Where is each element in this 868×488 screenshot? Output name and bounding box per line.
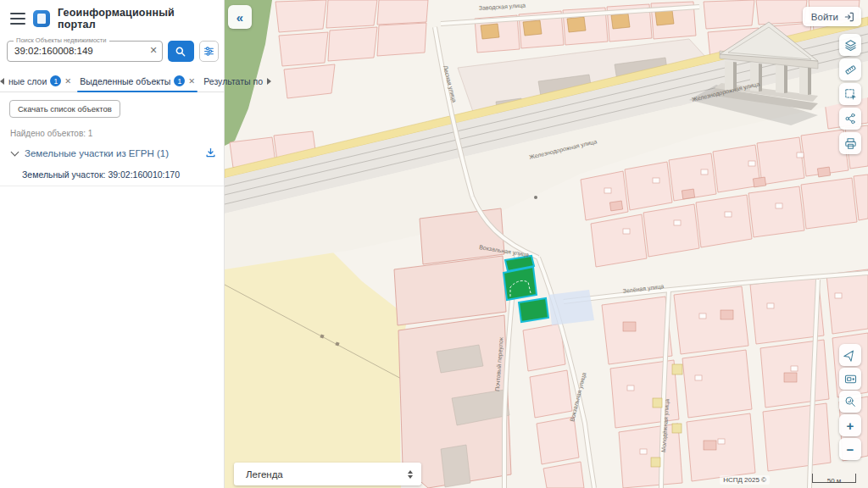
basemap-button[interactable] — [839, 368, 861, 390]
select-area-tool-button[interactable] — [839, 83, 861, 105]
printer-icon — [843, 136, 858, 151]
login-label: Войти — [811, 12, 838, 22]
parcel-result-item[interactable]: Земельный участок: 39:02:160010:170 — [0, 166, 224, 186]
sliders-icon — [203, 46, 214, 57]
locate-me-button[interactable] — [839, 344, 861, 366]
login-icon — [843, 11, 855, 23]
print-tool-button[interactable] — [839, 132, 861, 154]
clear-search-icon[interactable]: ✕ — [150, 45, 158, 56]
tab-results[interactable]: Результаты по — [199, 70, 267, 92]
tab-results-label: Результаты по — [203, 76, 263, 86]
search-input-label: Поиск Объекты недвижимости — [14, 36, 109, 44]
search-icon — [175, 46, 186, 58]
locate-icon — [843, 348, 857, 362]
measure-tool-button[interactable] — [839, 58, 861, 80]
download-list-button[interactable]: Скачать список объектов — [9, 100, 120, 118]
login-button[interactable]: Войти — [803, 7, 861, 26]
tabs-scroll-right-icon[interactable] — [267, 78, 271, 85]
scale-bar: 50 м — [812, 474, 856, 483]
egrn-group-row[interactable]: Земельные участки из ЕГРН (1) — [10, 147, 217, 159]
layers-icon — [843, 38, 858, 53]
search-input[interactable]: Поиск Объекты недвижимости 39:02:160008:… — [7, 41, 163, 62]
tab-layers-badge: 1 — [50, 75, 61, 86]
app-title: Геоинформационный портал — [58, 7, 215, 30]
geo-portal-app: Геоинформационный портал Поиск Объекты н… — [0, 0, 868, 488]
ruler-icon — [843, 63, 858, 77]
legend-label: Легенда — [246, 469, 408, 480]
tab-selected-objects-label: Выделенные объекты — [80, 76, 170, 86]
tab-layers-close-icon[interactable]: ✕ — [64, 76, 71, 86]
zoom-out-button[interactable]: − — [839, 438, 861, 460]
selected-parcel-small[interactable] — [519, 298, 548, 322]
select-area-icon — [843, 87, 858, 102]
share-tool-button[interactable] — [839, 108, 861, 130]
download-icon[interactable] — [204, 147, 217, 159]
selected-parcel-main[interactable] — [504, 267, 537, 300]
scale-label: 50 м — [827, 477, 842, 485]
sidebar-header: Геоинформационный портал — [0, 0, 224, 34]
search-button[interactable] — [168, 41, 194, 62]
highlighted-area[interactable] — [548, 290, 594, 325]
tab-bar: ные слои 1 ✕ Выделенные объекты 1 ✕ Резу… — [0, 70, 224, 92]
menu-icon[interactable] — [10, 13, 25, 25]
map-canvas[interactable]: Заводская улица Лесная улица Железнодоро… — [225, 0, 868, 488]
found-count-text: Найдено объектов: 1 — [10, 129, 224, 138]
map-attribution: НСПД 2025 © — [720, 475, 770, 485]
tab-selected-objects-close-icon[interactable]: ✕ — [188, 76, 195, 86]
tab-layers[interactable]: ные слои 1 ✕ — [4, 70, 75, 92]
search-bar: Поиск Объекты недвижимости 39:02:160008:… — [0, 34, 224, 67]
layers-tool-button[interactable] — [839, 34, 861, 56]
basemap-icon — [843, 372, 858, 386]
tab-selected-objects[interactable]: Выделенные объекты 1 ✕ — [75, 70, 199, 92]
egrn-group-label: Земельные участки из ЕГРН (1) — [25, 148, 204, 158]
tab-selected-objects-badge: 1 — [174, 75, 185, 86]
collapse-sidebar-button[interactable]: « — [228, 5, 252, 29]
share-icon — [843, 112, 857, 125]
sidebar-panel: Геоинформационный портал Поиск Объекты н… — [0, 0, 225, 488]
tab-layers-label: ные слои — [8, 76, 47, 86]
map-container: Заводская улица Лесная улица Железнодоро… — [225, 0, 868, 488]
search-extent-button[interactable] — [839, 391, 861, 413]
app-logo-icon — [33, 10, 50, 27]
legend-bar[interactable]: Легенда — [234, 463, 421, 485]
search-extent-icon — [843, 395, 857, 408]
legend-expand-icon[interactable] — [408, 470, 413, 479]
chevron-down-icon — [11, 147, 19, 156]
zoom-in-button[interactable]: + — [839, 414, 861, 436]
filter-button[interactable] — [199, 41, 219, 62]
search-input-value[interactable]: 39:02:160008:149 — [14, 46, 93, 56]
